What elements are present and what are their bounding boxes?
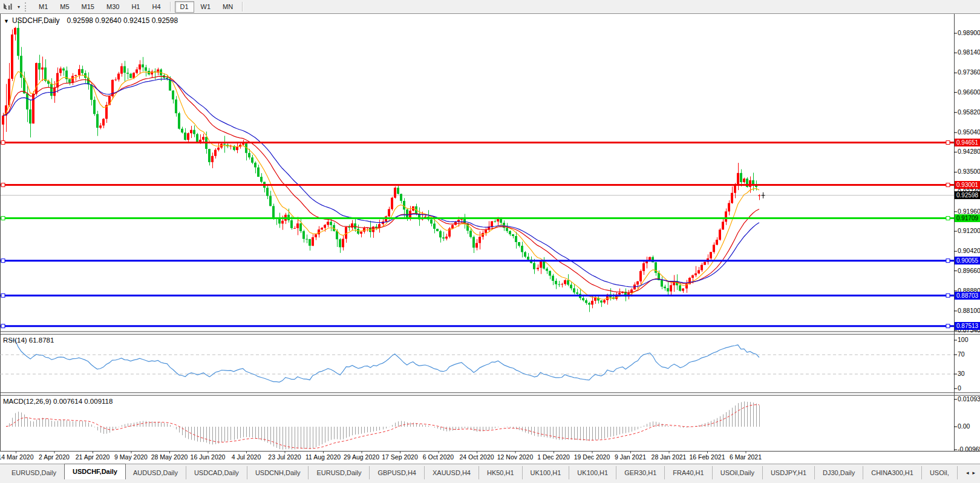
chart-canvas[interactable]: [0, 0, 980, 483]
chart-tab-eurusd-daily[interactable]: EURUSD,Daily: [4, 466, 65, 479]
line-handle[interactable]: [946, 259, 950, 263]
toolbar-separator: [170, 2, 171, 12]
chart-tab-usdjpy-h1[interactable]: USDJPY,H1: [763, 466, 815, 479]
chart-tab-xauusd-h4[interactable]: XAUUSD,H4: [425, 466, 479, 479]
timeframe-buttons: M1M5M15M30H1H4D1W1MN: [33, 1, 246, 13]
timeframe-button-h1[interactable]: H1: [126, 1, 145, 13]
chart-tab-gbpusd-h4[interactable]: GBPUSD,H4: [370, 466, 425, 479]
chart-tab-usdchf-daily[interactable]: USDCHF,Daily: [64, 464, 126, 479]
rsi-label: RSI(14) 61.8781: [3, 337, 54, 344]
timeframe-button-d1[interactable]: D1: [175, 1, 194, 13]
timeframe-button-m1[interactable]: M1: [33, 1, 53, 13]
trading-platform-window: ▾ M1M5M15M30H1H4D1W1MN ▼USDCHF,Daily0.92…: [0, 0, 980, 483]
chart-tab-uk100-h1[interactable]: UK100,H1: [523, 466, 570, 479]
chart-tab-usoil-[interactable]: USOil,: [922, 466, 958, 479]
line-handle[interactable]: [1, 183, 5, 187]
chart-tab-china300-h1[interactable]: CHINA300,H1: [863, 466, 922, 479]
chart-tab-dj30-daily[interactable]: DJ30,Daily: [815, 466, 863, 479]
tabs-scroll-left-button[interactable]: ◂: [966, 470, 969, 476]
chart-tab-bar: EURUSD,DailyUSDCHF,DailyAUDUSD,DailyUSDC…: [0, 464, 980, 479]
chart-tab-uk100-h1[interactable]: UK100,H1: [569, 466, 616, 479]
line-handle[interactable]: [1, 294, 5, 297]
chevron-down-icon[interactable]: ▾: [15, 4, 23, 10]
chart-title: ▼USDCHF,Daily0.92598 0.92640 0.92415 0.9…: [4, 16, 178, 25]
macd-label: MACD(12,26,9) 0.007614 0.009118: [3, 398, 113, 405]
chart-tab-usdcnh-daily[interactable]: USDCNH,Daily: [247, 466, 309, 479]
timeframe-button-mn[interactable]: MN: [217, 1, 238, 13]
timeframe-button-h4[interactable]: H4: [146, 1, 166, 13]
line-handle[interactable]: [946, 183, 950, 187]
symbol-label: USDCHF,Daily: [12, 16, 60, 25]
collapse-caret-icon[interactable]: ▼: [4, 18, 9, 24]
chart-tab-ger30-h1[interactable]: GER30,H1: [616, 466, 665, 479]
timeframe-button-w1[interactable]: W1: [195, 1, 217, 13]
chart-tab-usoil-daily[interactable]: USOil,Daily: [713, 466, 763, 479]
chart-tab-eurusd-daily[interactable]: EURUSD,Daily: [309, 466, 370, 479]
toolbar-separator: [242, 2, 243, 12]
line-handle[interactable]: [946, 217, 950, 220]
tab-scroll-arrows: ◂ ▸: [966, 470, 980, 479]
line-handle[interactable]: [1, 217, 5, 220]
timeframe-button-m30[interactable]: M30: [101, 1, 125, 13]
line-handle[interactable]: [946, 141, 950, 145]
line-handle[interactable]: [1, 259, 5, 263]
timeframe-toolbar: ▾ M1M5M15M30H1H4D1W1MN: [0, 0, 980, 14]
chart-tab-usdcad-daily[interactable]: USDCAD,Daily: [186, 466, 247, 479]
chart-tabs: EURUSD,DailyUSDCHF,DailyAUDUSD,DailyUSDC…: [0, 464, 958, 479]
line-handle[interactable]: [1, 141, 5, 145]
timeframe-button-m5[interactable]: M5: [54, 1, 74, 13]
timeframe-button-m15[interactable]: M15: [76, 1, 100, 13]
chart-tab-hk50-h1[interactable]: HK50,H1: [479, 466, 523, 479]
chart-tools-icon[interactable]: [1, 2, 15, 12]
toolbar-grip[interactable]: [25, 2, 28, 12]
chart-tools-icon-glyph: [3, 2, 13, 11]
ohlc-values: 0.92598 0.92640 0.92415 0.92598: [67, 16, 178, 25]
chart-tab-fra40-h1[interactable]: FRA40,H1: [665, 466, 712, 479]
status-strip: [0, 479, 980, 483]
line-handle[interactable]: [1, 324, 5, 328]
chart-tab-audusd-daily[interactable]: AUDUSD,Daily: [125, 466, 186, 479]
line-handle[interactable]: [946, 324, 950, 328]
line-handle[interactable]: [946, 294, 950, 297]
tabs-scroll-right-button[interactable]: ▸: [972, 470, 975, 476]
